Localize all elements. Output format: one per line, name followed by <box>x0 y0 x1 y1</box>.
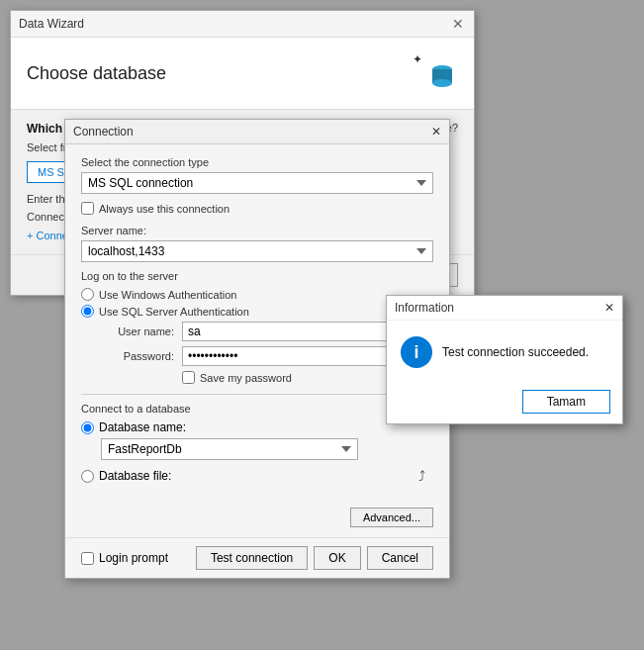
username-label: User name: <box>103 325 182 337</box>
sql-auth-label[interactable]: Use SQL Server Authentication <box>99 306 249 318</box>
wizard-header: Choose database ✦ <box>11 38 474 110</box>
always-use-label[interactable]: Always use this connection <box>99 203 230 215</box>
login-prompt-label[interactable]: Login prompt <box>99 551 168 565</box>
windows-auth-row: Use Windows Authentication <box>81 288 433 301</box>
connection-ok-button[interactable]: OK <box>314 546 360 570</box>
connection-bottom: Advanced... <box>65 502 449 537</box>
separator <box>81 394 433 395</box>
password-field-row: Password: <box>81 346 433 366</box>
login-prompt-checkbox[interactable] <box>81 552 94 565</box>
data-wizard-title: Data Wizard <box>19 17 84 31</box>
connection-close-btn[interactable]: ✕ <box>431 125 441 139</box>
always-use-checkbox[interactable] <box>81 202 94 215</box>
db-name-select-row: FastReportDb <box>81 438 433 460</box>
sql-auth-radio[interactable] <box>81 305 94 318</box>
server-name-label: Server name: <box>81 225 433 236</box>
connection-titlebar: Connection ✕ <box>65 120 449 144</box>
close-icon-conn: ✕ <box>431 125 441 139</box>
svg-point-3 <box>432 79 452 87</box>
database-name-select[interactable]: FastReportDb <box>101 438 358 460</box>
sql-auth-row: Use SQL Server Authentication <box>81 305 433 318</box>
password-label: Password: <box>103 350 182 362</box>
server-name-select[interactable]: localhost,1433 <box>81 240 433 262</box>
information-close-btn[interactable]: ✕ <box>604 301 614 315</box>
db-name-label[interactable]: Database name: <box>99 420 186 434</box>
log-on-header: Log on to the server <box>81 270 433 282</box>
connection-cancel-button[interactable]: Cancel <box>367 546 433 570</box>
test-connection-button[interactable]: Test connection <box>196 546 308 570</box>
information-footer: Tamam <box>387 384 622 423</box>
windows-auth-radio[interactable] <box>81 288 94 301</box>
windows-auth-label[interactable]: Use Windows Authentication <box>99 289 236 301</box>
db-name-radio[interactable] <box>81 421 94 434</box>
browse-icon[interactable]: ⤴ <box>418 468 425 484</box>
information-titlebar: Information ✕ <box>387 296 622 321</box>
always-use-row: Always use this connection <box>81 202 433 215</box>
wizard-db-icon: ✦ <box>411 49 458 97</box>
login-prompt-row: Login prompt <box>81 551 168 565</box>
data-wizard-titlebar: Data Wizard ✕ <box>11 11 474 38</box>
username-field-row: User name: <box>81 322 433 341</box>
svg-text:✦: ✦ <box>413 52 422 66</box>
information-body: i Test connection succeeded. <box>387 321 622 384</box>
connection-main-footer: Login prompt Test connection OK Cancel <box>65 537 449 578</box>
connection-title: Connection <box>73 125 134 139</box>
connection-button-row: Test connection OK Cancel <box>196 546 433 570</box>
data-wizard-close-btn[interactable]: ✕ <box>450 16 466 32</box>
close-icon-info: ✕ <box>604 301 614 315</box>
advanced-button[interactable]: Advanced... <box>350 508 433 527</box>
info-icon: i <box>401 336 432 368</box>
db-file-label[interactable]: Database file: <box>99 469 171 483</box>
db-name-radio-row: Database name: <box>81 420 433 434</box>
connection-type-select[interactable]: MS SQL connection <box>81 172 433 194</box>
save-password-label[interactable]: Save my password <box>200 372 292 384</box>
connect-db-title: Connect to a database <box>81 403 433 415</box>
information-ok-button[interactable]: Tamam <box>522 390 610 414</box>
information-dialog: Information ✕ i Test connection succeede… <box>386 295 623 424</box>
information-message: Test connection succeeded. <box>442 345 589 359</box>
information-title: Information <box>395 301 454 315</box>
close-icon: ✕ <box>452 16 464 32</box>
db-file-radio[interactable] <box>81 470 94 483</box>
wizard-main-title: Choose database <box>27 63 166 84</box>
db-file-radio-row: Database file: ⤴ <box>81 468 433 484</box>
save-password-row: Save my password <box>81 371 433 384</box>
save-password-checkbox[interactable] <box>182 371 195 384</box>
select-type-label: Select the connection type <box>81 156 433 168</box>
